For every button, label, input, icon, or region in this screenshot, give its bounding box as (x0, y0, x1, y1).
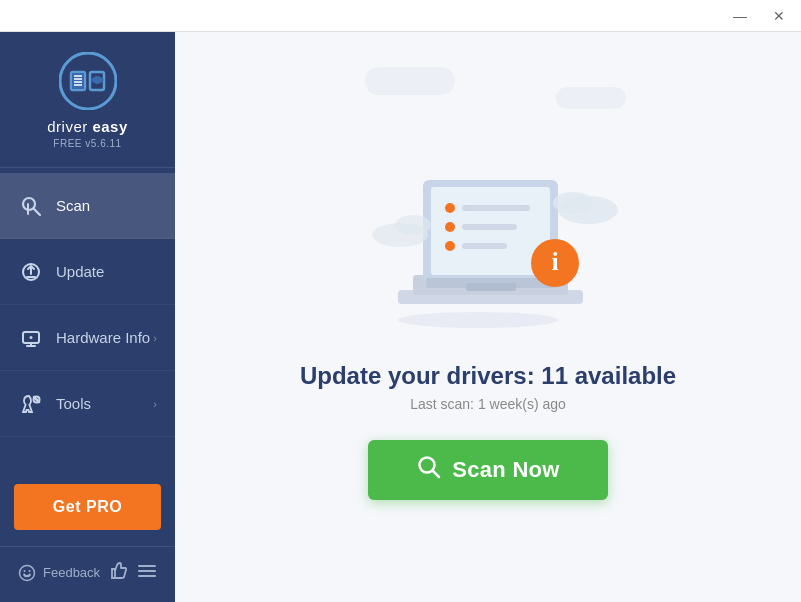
sidebar: placeholder driver easy FREE v5.6.11 Sca… (0, 32, 175, 602)
sidebar-bottom: Feedback (0, 546, 175, 602)
sidebar-item-scan-label: Scan (56, 197, 157, 214)
update-title: Update your drivers: 11 available (300, 362, 676, 390)
cloud-left-decoration (365, 67, 455, 95)
svg-point-21 (398, 312, 558, 328)
logo-area: placeholder driver easy FREE v5.6.11 (0, 32, 175, 168)
svg-point-28 (445, 222, 455, 232)
close-button[interactable]: ✕ (767, 7, 791, 25)
minimize-button[interactable]: — (727, 7, 753, 25)
title-bar: — ✕ (0, 0, 801, 32)
logo-version: FREE v5.6.11 (53, 138, 121, 149)
svg-text:i: i (551, 247, 558, 276)
svg-point-15 (20, 565, 35, 580)
svg-point-17 (29, 570, 31, 572)
sidebar-item-scan[interactable]: Scan (0, 173, 175, 239)
svg-point-12 (30, 336, 33, 339)
svg-point-30 (445, 241, 455, 251)
get-pro-button[interactable]: Get PRO (14, 484, 161, 530)
scan-now-search-icon (416, 454, 442, 485)
svg-rect-27 (462, 205, 530, 211)
svg-rect-6 (27, 203, 29, 215)
feedback-label: Feedback (43, 565, 100, 580)
feedback-button[interactable]: Feedback (18, 564, 100, 582)
menu-lines-icon[interactable] (137, 562, 157, 584)
scan-now-label: Scan Now (452, 457, 560, 483)
svg-line-5 (34, 209, 40, 215)
logo-title: driver easy (47, 118, 128, 136)
sidebar-item-tools[interactable]: Tools › (0, 371, 175, 437)
last-scan-text: Last scan: 1 week(s) ago (410, 396, 566, 412)
nav-menu: Scan Update (0, 168, 175, 472)
feedback-icon (18, 564, 36, 582)
hardware-info-icon (18, 325, 44, 351)
main-content: i Update your drivers: 11 available Last… (175, 32, 801, 602)
laptop-svg: i (358, 135, 618, 330)
tools-icon (18, 391, 44, 417)
sidebar-item-hardware-info[interactable]: Hardware Info › (0, 305, 175, 371)
laptop-illustration: i (358, 135, 618, 334)
svg-point-0 (60, 53, 116, 109)
svg-point-26 (445, 203, 455, 213)
like-icon[interactable] (108, 559, 130, 586)
svg-point-16 (24, 570, 26, 572)
cloud-right-decoration (556, 87, 626, 109)
app-body: placeholder driver easy FREE v5.6.11 Sca… (0, 32, 801, 602)
svg-point-39 (395, 215, 431, 235)
hardware-info-chevron-icon: › (153, 332, 157, 344)
scan-now-button[interactable]: Scan Now (368, 440, 608, 500)
app-logo-icon (59, 52, 117, 110)
sidebar-item-update-label: Update (56, 263, 157, 280)
sidebar-item-tools-label: Tools (56, 395, 153, 412)
svg-rect-33 (466, 283, 516, 291)
tools-chevron-icon: › (153, 398, 157, 410)
svg-line-41 (433, 471, 440, 478)
update-icon (18, 259, 44, 285)
sidebar-item-hardware-info-label: Hardware Info (56, 329, 153, 346)
svg-rect-29 (462, 224, 517, 230)
sidebar-item-update[interactable]: Update (0, 239, 175, 305)
svg-point-37 (553, 192, 593, 214)
svg-rect-31 (462, 243, 507, 249)
scan-icon (18, 193, 44, 219)
